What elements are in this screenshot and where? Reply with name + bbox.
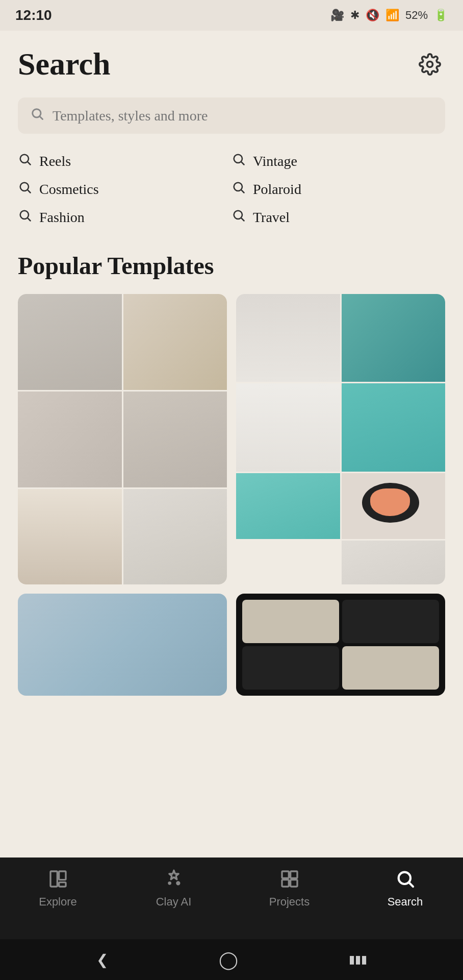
svg-rect-23	[290, 880, 297, 887]
template-card-3[interactable]	[18, 594, 227, 696]
qs-label-travel: Travel	[253, 209, 290, 226]
search-bar-container[interactable]	[18, 97, 445, 134]
battery-text: 52%	[405, 9, 428, 22]
dark-card-cell-4	[342, 646, 439, 690]
svg-line-2	[40, 116, 42, 119]
svg-rect-22	[282, 880, 289, 887]
template-photo-t3	[236, 383, 340, 471]
status-icons: 🎥 ✱ 🔇 📶 52% 🔋	[330, 9, 448, 22]
search-bar-icon	[30, 107, 44, 125]
nav-projects[interactable]: Projects	[264, 867, 315, 909]
nav-search[interactable]: Search	[380, 867, 431, 909]
svg-line-12	[28, 218, 30, 220]
projects-icon	[277, 867, 302, 891]
quick-search-reels[interactable]: Reels	[18, 152, 232, 170]
mute-icon: 🔇	[366, 9, 379, 22]
template-photo-5	[18, 489, 122, 585]
template-photo-t7	[342, 541, 446, 584]
page-title: Search	[18, 46, 110, 82]
template-card-1[interactable]	[18, 294, 227, 584]
template-photo-6	[123, 489, 227, 585]
search-icon-vintage	[232, 152, 246, 170]
svg-line-14	[241, 218, 244, 220]
template-photo-t5	[236, 473, 340, 539]
dark-card-cell-1	[242, 600, 339, 643]
template-photo-4	[123, 391, 227, 487]
qs-label-cosmetics: Cosmetics	[39, 181, 99, 198]
system-nav: ❮ ◯ ▮▮▮	[0, 939, 463, 980]
templates-grid	[18, 294, 445, 696]
explore-icon	[46, 867, 70, 891]
svg-line-6	[241, 162, 244, 164]
wifi-icon: 📶	[385, 9, 399, 22]
template-photo-3	[18, 391, 122, 487]
bottom-nav: Explore Clay AI Projects	[0, 857, 463, 939]
back-button[interactable]: ❮	[96, 951, 108, 968]
template-photo-2	[123, 294, 227, 390]
svg-rect-20	[282, 871, 289, 878]
svg-rect-16	[59, 871, 65, 880]
search-icon-fashion	[18, 208, 32, 226]
search-icon-polaroid	[232, 180, 246, 198]
quick-search-fashion[interactable]: Fashion	[18, 208, 232, 226]
svg-rect-15	[50, 871, 57, 887]
svg-point-18	[176, 882, 179, 885]
gear-icon	[419, 53, 441, 76]
svg-point-19	[169, 883, 170, 884]
svg-line-8	[28, 190, 30, 192]
status-bar: 12:10 🎥 ✱ 🔇 📶 52% 🔋	[0, 0, 463, 31]
settings-button[interactable]	[415, 49, 445, 80]
popular-templates-title: Popular Templates	[18, 252, 445, 280]
search-icon-cosmetics	[18, 180, 32, 198]
nav-search-label: Search	[388, 895, 423, 909]
recents-button[interactable]: ▮▮▮	[349, 953, 367, 966]
clay-ai-icon	[162, 867, 186, 891]
template-photo-t1	[236, 294, 340, 382]
template-photo-1	[18, 294, 122, 390]
search-icon-reels	[18, 152, 32, 170]
nav-search-icon	[393, 867, 418, 891]
template-card-2[interactable]	[236, 294, 445, 584]
template-photo-t6	[342, 473, 446, 539]
svg-point-0	[427, 61, 433, 67]
svg-line-4	[28, 162, 30, 164]
quick-search-vintage[interactable]: Vintage	[232, 152, 445, 170]
template-card-4[interactable]	[236, 594, 445, 696]
nav-projects-label: Projects	[269, 895, 310, 909]
main-content: Search Reels Vinta	[0, 31, 463, 857]
template-photo-t4	[342, 383, 446, 471]
nav-clay-ai[interactable]: Clay AI	[148, 867, 199, 909]
home-button[interactable]: ◯	[219, 949, 238, 970]
bluetooth-icon: ✱	[350, 9, 359, 22]
svg-line-25	[409, 883, 413, 887]
dark-card-cell-3	[242, 646, 339, 690]
page-header: Search	[18, 46, 445, 82]
svg-line-10	[241, 190, 244, 192]
battery-icon: 🔋	[434, 9, 448, 22]
quick-search-cosmetics[interactable]: Cosmetics	[18, 180, 232, 198]
svg-rect-17	[59, 883, 65, 887]
dark-card-cell-2	[342, 600, 439, 643]
quick-search-travel[interactable]: Travel	[232, 208, 445, 226]
qs-label-vintage: Vintage	[253, 153, 297, 169]
nav-clay-ai-label: Clay AI	[156, 895, 192, 909]
nav-explore[interactable]: Explore	[33, 867, 84, 909]
search-icon-travel	[232, 208, 246, 226]
camera-icon: 🎥	[330, 9, 344, 22]
search-input[interactable]	[53, 108, 433, 124]
quick-search-polaroid[interactable]: Polaroid	[232, 180, 445, 198]
qs-label-reels: Reels	[39, 153, 71, 169]
qs-label-fashion: Fashion	[39, 209, 85, 226]
template-photo-t2	[342, 294, 446, 382]
qs-label-polaroid: Polaroid	[253, 181, 301, 198]
svg-rect-21	[290, 871, 297, 878]
nav-explore-label: Explore	[39, 895, 77, 909]
status-time: 12:10	[15, 7, 52, 23]
quick-searches-grid: Reels Vintage Cosmetics Polaroid Fashion	[18, 152, 445, 226]
